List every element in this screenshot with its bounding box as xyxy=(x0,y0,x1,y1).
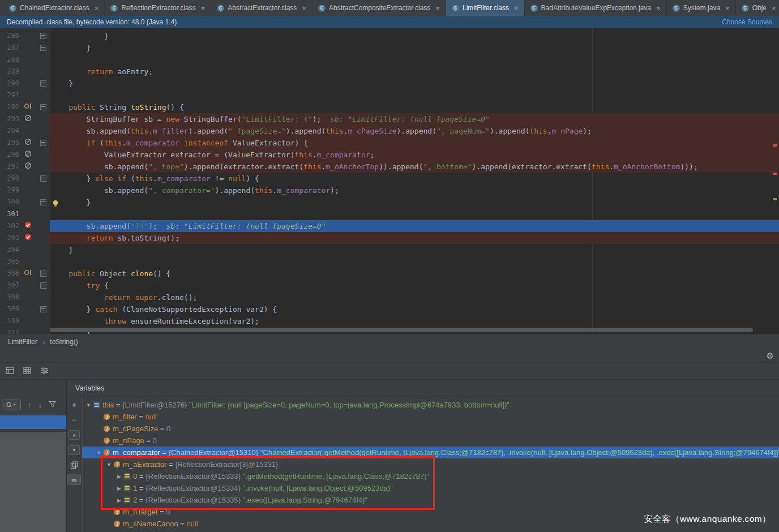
fold-icon[interactable] xyxy=(40,306,46,312)
collapse-arrow-icon[interactable]: ▼ xyxy=(84,402,93,408)
code-text[interactable]: throw ensureRuntimeException(var2); xyxy=(50,315,779,327)
line-number[interactable]: 286 xyxy=(0,30,19,42)
editor-tab[interactable]: CChainedExtractor.class× xyxy=(3,0,105,16)
variable-row[interactable]: ▼this = {LimitFilter@15276} "LimitFilter… xyxy=(82,399,779,411)
fold-marker[interactable] xyxy=(36,268,50,280)
filter-icon[interactable] xyxy=(40,366,49,376)
tab-close-icon[interactable]: × xyxy=(201,5,206,12)
remove-watch-button[interactable]: − xyxy=(72,415,77,424)
code-text[interactable]: return super.clone(); xyxy=(50,291,779,303)
variable-row[interactable]: fm_filter = null xyxy=(82,411,779,423)
fold-marker[interactable] xyxy=(36,78,50,89)
tab-close-icon[interactable]: × xyxy=(302,5,306,12)
line-number[interactable]: 305 xyxy=(0,256,19,268)
fold-icon[interactable] xyxy=(40,175,46,182)
fold-icon[interactable] xyxy=(40,45,46,51)
fold-marker[interactable] xyxy=(36,101,50,113)
breakpoint-icon[interactable] xyxy=(24,220,32,232)
breadcrumb-item-class[interactable]: LimitFilter xyxy=(8,338,37,346)
line-number[interactable]: 298 xyxy=(0,173,19,185)
code-text[interactable]: return sb.toString(); xyxy=(50,232,779,244)
fold-icon[interactable] xyxy=(40,282,46,289)
funnel-icon[interactable] xyxy=(49,401,56,409)
editor-tab[interactable]: CReflectionExtractor.class× xyxy=(105,0,211,16)
code-text[interactable]: StringBuffer sb = new StringBuffer("Limi… xyxy=(50,113,779,125)
line-number[interactable]: 295 xyxy=(0,137,19,149)
expand-arrow-icon[interactable]: ▶ xyxy=(115,497,123,503)
variable-row[interactable]: fm_nPage = 0 xyxy=(82,435,779,447)
code-text[interactable] xyxy=(50,89,779,101)
line-number[interactable]: 303 xyxy=(0,232,19,244)
expand-arrow-icon[interactable]: ▶ xyxy=(115,474,123,479)
muted-breakpoint-icon[interactable] xyxy=(24,113,32,125)
error-stripe-mark[interactable] xyxy=(773,144,777,147)
line-number[interactable]: 308 xyxy=(0,291,19,303)
line-number[interactable]: 289 xyxy=(0,66,19,78)
line-number[interactable]: 311 xyxy=(0,327,19,334)
line-number[interactable]: 306 xyxy=(0,268,19,280)
thread-combo[interactable]: G ▼ xyxy=(2,400,21,410)
code-text[interactable]: } else if (this.m_comparator != null) { xyxy=(50,173,779,185)
fold-marker[interactable] xyxy=(36,137,50,149)
line-number[interactable]: 290 xyxy=(0,78,19,89)
code-text[interactable]: public String toString() { xyxy=(50,101,779,113)
code-text[interactable]: sb.append(", comparator=").append(this.m… xyxy=(50,185,779,196)
line-number[interactable]: 300 xyxy=(0,196,19,208)
fold-icon[interactable] xyxy=(40,104,46,110)
code-text[interactable]: try { xyxy=(50,280,779,291)
line-number[interactable]: 304 xyxy=(0,244,19,256)
line-number[interactable]: 292 xyxy=(0,101,19,113)
layout-icon[interactable] xyxy=(6,366,14,376)
breakpoint-icon[interactable] xyxy=(24,232,32,244)
scroll-bottom-button[interactable]: ▼ xyxy=(69,445,80,455)
choose-sources-link[interactable]: Choose Sources xyxy=(722,18,772,26)
code-text[interactable]: } catch (CloneNotSupportedException var2… xyxy=(50,303,779,315)
override-method-icon[interactable] xyxy=(24,268,32,280)
tab-close-icon[interactable]: × xyxy=(656,5,661,12)
fold-marker[interactable] xyxy=(36,30,50,42)
gear-icon[interactable]: ⚙ xyxy=(767,351,779,361)
expand-arrow-icon[interactable]: ▶ xyxy=(115,486,123,491)
tab-close-icon[interactable]: × xyxy=(514,5,519,12)
tab-close-icon[interactable]: × xyxy=(772,5,776,12)
line-number[interactable]: 287 xyxy=(0,42,19,54)
line-number[interactable]: 302 xyxy=(0,220,19,232)
code-text[interactable]: sb.append("])"); sb: "LimitFilter: (null… xyxy=(50,220,779,232)
fold-icon[interactable] xyxy=(40,199,46,205)
error-stripe-mark[interactable] xyxy=(773,198,777,200)
code-text[interactable]: } xyxy=(50,196,779,208)
code-text[interactable]: if (this.m_comparator instanceof ValueEx… xyxy=(50,137,779,149)
selected-frame-row[interactable] xyxy=(0,415,66,429)
arrow-down-icon[interactable]: ↓ xyxy=(38,401,42,409)
code-text[interactable] xyxy=(50,208,779,220)
variable-row[interactable]: ▶0 = {ReflectionExtractor@15333} ".getMe… xyxy=(82,470,779,482)
breadcrumb-item-method[interactable]: toString() xyxy=(50,338,78,346)
line-number[interactable]: 310 xyxy=(0,315,19,327)
infinity-icon[interactable]: ∞ xyxy=(67,474,81,485)
fold-icon[interactable] xyxy=(40,140,46,146)
line-number[interactable]: 299 xyxy=(0,185,19,196)
line-number[interactable]: 301 xyxy=(0,208,19,220)
fold-marker[interactable] xyxy=(36,280,50,291)
code-text[interactable]: sb.append(this.m_filter).append(" [pageS… xyxy=(50,125,779,137)
line-number[interactable]: 293 xyxy=(0,113,19,125)
variable-row[interactable]: ▶1 = {ReflectionExtractor@15334} ".invok… xyxy=(82,482,779,494)
scroll-top-button[interactable]: ▲ xyxy=(69,430,80,440)
code-text[interactable]: return aoEntry; xyxy=(50,66,779,78)
tab-variables[interactable]: Variables xyxy=(66,380,779,397)
muted-breakpoint-icon[interactable] xyxy=(24,161,32,173)
code-text[interactable]: ValueExtractor extractor = (ValueExtract… xyxy=(50,149,779,161)
muted-breakpoint-icon[interactable] xyxy=(24,137,32,149)
fold-icon[interactable] xyxy=(40,80,46,87)
variable-row[interactable]: fm_cPageSize = 0 xyxy=(82,423,779,435)
tab-close-icon[interactable]: × xyxy=(435,5,440,12)
horizontal-scrollbar-thumb[interactable] xyxy=(50,328,753,332)
fold-marker[interactable] xyxy=(36,303,50,315)
line-number[interactable]: 291 xyxy=(0,89,19,101)
variable-row[interactable]: ▼fm_aExtractor = {ReflectionExtractor[3]… xyxy=(82,458,779,470)
code-text[interactable]: public Object clone() { xyxy=(50,268,779,280)
fold-icon[interactable] xyxy=(40,33,46,39)
code-text[interactable]: } xyxy=(50,244,779,256)
override-method-icon[interactable] xyxy=(24,101,32,113)
fold-marker[interactable] xyxy=(36,196,50,208)
